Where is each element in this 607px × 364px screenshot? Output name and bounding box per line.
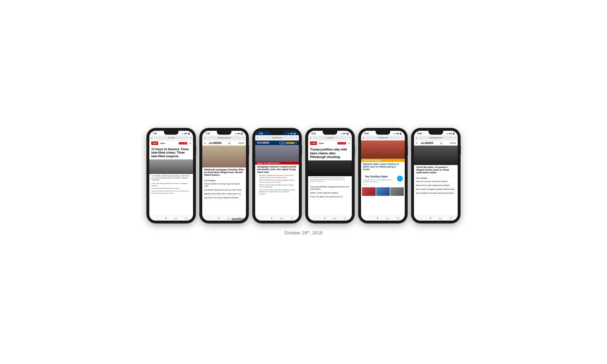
- bell-icon-6[interactable]: 🔔: [440, 142, 442, 144]
- fox-menu-icon-3[interactable]: ≡: [295, 142, 297, 144]
- cnn-home-btn[interactable]: Home: [160, 143, 165, 144]
- phone-1: 7:57 ▲ WiFi ▓ 🔒 cnn.com ↻ CNN Home: [147, 128, 196, 223]
- bookmarks-icon-2[interactable]: 📖: [227, 217, 230, 220]
- url-3[interactable]: foxnews.com: [260, 136, 295, 139]
- ad-arrow-btn[interactable]: ›: [397, 176, 403, 182]
- share-icon-5[interactable]: ⬆: [377, 217, 379, 220]
- story-2-2[interactable]: Migrants refuse Mexico offer, continue t…: [202, 192, 246, 196]
- back-icon-2[interactable]: ←: [208, 217, 210, 220]
- status-icons-4: ▲ WiFi ▓: [340, 133, 348, 134]
- bookmarks-icon-4[interactable]: 📖: [333, 217, 336, 220]
- story-6-1[interactable]: Brazil elects far-right congressman pres…: [414, 183, 458, 187]
- browser-bar-5[interactable]: 🔒 foxnews.com ↻: [361, 135, 405, 141]
- url-5[interactable]: foxnews.com: [366, 136, 401, 139]
- battery-icon-6: ▓: [453, 133, 454, 134]
- trump-headline: Trump justifies rally with false claims …: [308, 146, 352, 160]
- tabs-icon-6[interactable]: ⬜: [449, 217, 452, 220]
- share-icon-2[interactable]: ⬆: [218, 217, 220, 220]
- browser-bar-6[interactable]: 🔒 abcnews.go.com ↻: [414, 135, 458, 141]
- time-6: 8:52: [417, 132, 422, 135]
- bookmarks-icon-5[interactable]: 📖: [386, 217, 389, 220]
- refresh-icon-2[interactable]: ↻: [243, 137, 245, 139]
- tabs-icon-4[interactable]: ⬜: [343, 217, 346, 220]
- wifi-icon: WiFi: [184, 133, 188, 134]
- status-bar-4: 8:51 ▲ WiFi ▓: [308, 131, 352, 135]
- status-icons-2: ▲ WiFi ▓: [235, 133, 243, 134]
- url-1[interactable]: cnn.com: [154, 136, 189, 139]
- trump-sub-1[interactable]: Opinion: Trump's hypocrisy is glaring: [308, 191, 352, 195]
- abc-nav-6: ≡ abcNEWS 🔔 LOG IN: [414, 141, 458, 146]
- story-2-0[interactable]: Reward doubles for missing 13-year-old J…: [202, 182, 246, 188]
- fox-watch-tv-3[interactable]: Watch TV: [286, 142, 294, 144]
- thumb-5-1: [376, 187, 390, 196]
- screen-content-1: 72 hours in America: Three hate-filled c…: [149, 146, 193, 216]
- date-year: , 2018: [310, 231, 323, 235]
- signal-icon-5: ▲: [393, 133, 395, 134]
- story-2-1[interactable]: Anti-Semitic harassment on the rise onli…: [202, 188, 246, 192]
- abc-menu-icon-6[interactable]: ≡: [416, 142, 417, 144]
- abc-login-6[interactable]: LOG IN: [450, 142, 456, 144]
- ad-label: Paid Ad: [361, 184, 405, 185]
- refresh-icon-1[interactable]: ↻: [190, 137, 192, 139]
- refresh-icon-5[interactable]: ↻: [402, 137, 403, 139]
- refresh-icon-4[interactable]: ↻: [349, 137, 350, 139]
- phone-6-screen: 8:52 ▲ WiFi ▓ 🔒 abcnews.go.com ↻ ≡ abcNE…: [414, 131, 458, 221]
- ad-text: Say Goodbye Apple 5 Years From Now, You'…: [363, 174, 396, 183]
- tabs-icon-3[interactable]: ⬜: [290, 217, 293, 220]
- say-goodbye-headline: Say Goodbye Apple: [363, 174, 396, 179]
- share-icon-4[interactable]: ⬆: [324, 217, 326, 220]
- back-icon-3[interactable]: ←: [261, 217, 263, 220]
- back-icon-6[interactable]: ←: [420, 217, 422, 220]
- tabs-icon-5[interactable]: ⬜: [396, 217, 399, 220]
- story-6-3[interactable]: Scores detained in Russian extremist cas…: [414, 191, 458, 195]
- back-icon-4[interactable]: ←: [314, 217, 316, 220]
- cnn-bullets-1: • Hate-crime charges filed against suspe…: [149, 182, 193, 195]
- bookmarks-icon-3[interactable]: 📖: [280, 217, 283, 220]
- fox-logo-3: FOX NEWS: [257, 142, 269, 144]
- cnn-home-btn-4[interactable]: Home: [319, 143, 324, 144]
- date-superscript: th: [307, 230, 310, 233]
- story-2-3[interactable]: New storm on the way for Midwest, Northe…: [202, 196, 246, 200]
- story-6-2[interactable]: Bomb squad investigates package at Atlan…: [414, 187, 458, 191]
- hamburger-icon-4[interactable]: ≡: [348, 142, 350, 145]
- url-2[interactable]: abcnews.go.com: [207, 136, 242, 139]
- phone-6-wrapper: 8:52 ▲ WiFi ▓ 🔒 abcnews.go.com ↻ ≡ abcNE…: [411, 128, 460, 223]
- abc-logo-2: abcNEWS: [209, 142, 222, 144]
- battery-icon-4: ▓: [347, 133, 348, 134]
- fox-login-3[interactable]: Login: [279, 142, 286, 144]
- wifi-icon-3: WiFi: [290, 133, 293, 134]
- tabs-icon-1[interactable]: ⬜: [185, 217, 187, 220]
- browser-bar-3[interactable]: 🔒 foxnews.com ↻: [255, 135, 299, 141]
- hamburger-icon-1[interactable]: ≡: [190, 142, 191, 145]
- bookmarks-icon-1[interactable]: 📖: [174, 217, 177, 220]
- browser-bar-1[interactable]: 🔒 cnn.com ↻: [149, 135, 193, 141]
- phone-4-wrapper: 8:51 ▲ WiFi ▓ 🔒 cnn.com ↻ CNN Home Live …: [306, 128, 354, 223]
- cnn-live-tv[interactable]: Live TV ▶: [179, 142, 187, 144]
- bookmarks-icon-6[interactable]: 📖: [439, 217, 442, 220]
- url-6[interactable]: abcnews.go.com: [419, 136, 454, 139]
- abc-menu-icon[interactable]: ≡: [204, 142, 206, 144]
- story-6-0[interactable]: Here's the news you missed this weekend: [414, 180, 458, 183]
- trump-sub-2[interactable]: Trump: This attack is an assault on all …: [308, 195, 352, 199]
- shooter-photo: REUTERS/REUTERS: [202, 146, 246, 168]
- battery-icon-3: ▓: [294, 133, 295, 134]
- cnn-live-tv-4[interactable]: Live TV ▶: [338, 142, 346, 144]
- back-icon-5[interactable]: ←: [367, 217, 369, 220]
- bottom-bar-5: ← ⬆ 📖 ⬜: [361, 216, 405, 221]
- share-icon-1[interactable]: ⬆: [165, 217, 167, 220]
- url-4[interactable]: cnn.com: [313, 136, 348, 139]
- lock-icon-3: 🔒: [257, 137, 259, 139]
- bell-icon-2[interactable]: 🔔: [228, 142, 231, 144]
- status-icons-5: ▲ WiFi ▓: [393, 133, 401, 134]
- share-icon-3[interactable]: ⬆: [271, 217, 273, 220]
- browser-bar-2[interactable]: 🔒 abcnews.go.com ↻: [202, 135, 246, 141]
- lock-icon-1: 🔒: [151, 137, 153, 139]
- share-icon-6[interactable]: ⬆: [430, 217, 432, 220]
- back-icon-1[interactable]: ←: [155, 217, 157, 220]
- browser-bar-4[interactable]: 🔒 cnn.com ↻: [308, 135, 352, 141]
- trump-sub-0[interactable]: Trump says Pittsburgh synagogue should h…: [308, 185, 352, 191]
- phone-5: 8:51 ▲ WiFi ▓ 🔒 foxnews.com ↻ CARAVAN ON…: [359, 128, 407, 223]
- refresh-icon-3[interactable]: ↻: [296, 137, 297, 139]
- refresh-icon-6[interactable]: ↻: [455, 137, 456, 139]
- abc-login-2[interactable]: LOG IN: [238, 142, 244, 144]
